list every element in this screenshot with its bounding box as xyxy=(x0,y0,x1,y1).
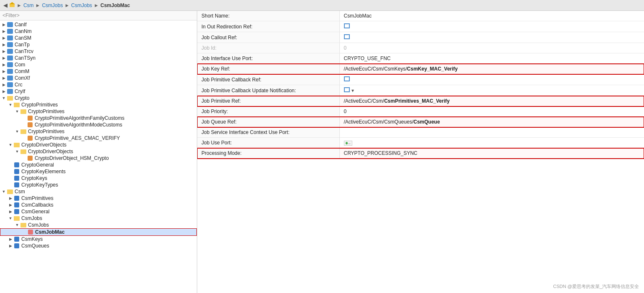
tree-item-CryptoPrimitives2[interactable]: ▼CryptoPrimitives xyxy=(0,108,197,115)
breadcrumb-csm[interactable]: Csm xyxy=(23,3,34,8)
prop-value-2[interactable] xyxy=(339,32,644,43)
tree-arrow-CryptoPrimitives2[interactable]: ▼ xyxy=(14,109,20,114)
tree-arrow-CsmJobs[interactable]: ▼ xyxy=(8,216,13,220)
prop-value-11 xyxy=(339,127,644,138)
prop-value-6[interactable] xyxy=(339,74,644,85)
tree-icon-CryptoDriverObjects xyxy=(13,142,20,148)
tree-item-CryptoPrimitives[interactable]: ▼CryptoPrimitives xyxy=(0,101,197,108)
tree-arrow-CryptoPrimitives[interactable]: ▼ xyxy=(8,103,13,107)
tree-item-CanNm[interactable]: ▶CanNm xyxy=(0,28,197,35)
tree-item-CryptoPrimitive_AES_CMAC_VERIFY[interactable]: CryptoPrimitive_AES_CMAC_VERIFY xyxy=(0,135,197,141)
tree-item-CanTp[interactable]: ▶CanTp xyxy=(0,41,197,48)
tree-item-CryIf[interactable]: ▶CryIf xyxy=(0,88,197,95)
breadcrumb-csmjobs-2[interactable]: CsmJobs xyxy=(71,3,92,8)
tree-item-CsmKeys[interactable]: ▶CsmKeys xyxy=(0,236,197,242)
prop-link-empty-1[interactable] xyxy=(344,23,350,28)
tree-label-CsmJobs2: CsmJobs xyxy=(28,222,49,228)
tree-item-CsmJobs[interactable]: ▼CsmJobs xyxy=(0,215,197,222)
tree-icon-CsmQueues xyxy=(13,243,20,249)
tree-item-CryptoDriverObject_HSM_Crypto[interactable]: CryptoDriverObject_HSM_Crypto xyxy=(0,155,197,162)
tree-arrow-CryIf[interactable]: ▶ xyxy=(1,89,7,93)
tree-arrow-ComM[interactable]: ▶ xyxy=(1,69,7,73)
prop-link-bold-10[interactable]: /ActiveEcuC/Csm/CsmQueues/CsmQueue xyxy=(344,119,440,125)
tree-label-CryptoPrimitives: CryptoPrimitives xyxy=(21,102,58,108)
tree-container[interactable]: ▶CanIf▶CanNm▶CanSM▶CanTp▶CanTrcv▶CanTSyn… xyxy=(0,20,197,293)
tree-icon-Csm xyxy=(7,189,13,194)
tree-label-CsmKeys: CsmKeys xyxy=(21,236,43,242)
tree-arrow-CsmGeneral[interactable]: ▶ xyxy=(8,210,13,214)
tree-item-CanSM[interactable]: ▶CanSM xyxy=(0,35,197,41)
tree-arrow-Crypto[interactable]: ▼ xyxy=(1,96,7,100)
tree-arrow-CanTSyn[interactable]: ▶ xyxy=(1,56,7,60)
prop-value-8[interactable]: /ActiveEcuC/Csm/CsmPrimitives_MAC_Verify xyxy=(339,96,644,106)
tree-item-CryptoPrimitiveAlgorithmModeCustoms[interactable]: CryptoPrimitiveAlgorithmModeCustoms xyxy=(0,121,197,128)
prop-label-1: In Out Redirection Ref: xyxy=(197,21,339,32)
tree-arrow-CsmQueues[interactable]: ▶ xyxy=(8,244,13,248)
tree-item-CsmGeneral[interactable]: ▶CsmGeneral xyxy=(0,208,197,215)
tree-item-CryptoPrimitiveAlgorithmFamilyCustoms[interactable]: CryptoPrimitiveAlgorithmFamilyCustoms xyxy=(0,115,197,121)
tree-arrow-Crc[interactable]: ▶ xyxy=(1,83,7,87)
tree-item-CsmJobMac[interactable]: CsmJobMac xyxy=(0,228,197,236)
tree-item-CryptoDriverObjects2[interactable]: ▼CryptoDriverObjects xyxy=(0,148,197,155)
prop-link-empty-6[interactable] xyxy=(344,76,350,81)
tree-item-CryptoKeys[interactable]: CryptoKeys xyxy=(0,175,197,182)
tree-item-Crc[interactable]: ▶Crc xyxy=(0,81,197,88)
prop-row-0: Short Name:CsmJobMac xyxy=(197,11,644,21)
tree-item-CryptoGeneral[interactable]: CryptoGeneral xyxy=(0,162,197,168)
tree-arrow-ComXf[interactable]: ▶ xyxy=(1,76,7,80)
tree-arrow-CanSM[interactable]: ▶ xyxy=(1,36,7,40)
breadcrumb-csmjobmac: CsmJobMac xyxy=(100,3,130,8)
tree-item-CsmJobs2[interactable]: ▼CsmJobs xyxy=(0,222,197,228)
svg-marker-1 xyxy=(9,2,15,4)
prop-link-bold-8[interactable]: /ActiveEcuC/Csm/CsmPrimitives_MAC_Verify xyxy=(344,98,450,104)
tree-arrow-CanIf[interactable]: ▶ xyxy=(1,23,7,27)
tree-item-CanTrcv[interactable]: ▶CanTrcv xyxy=(0,48,197,55)
tree-arrow-CryptoPrimitives3[interactable]: ▼ xyxy=(14,129,20,134)
home-icon[interactable] xyxy=(9,2,15,9)
tree-item-CanTSyn[interactable]: ▶CanTSyn xyxy=(0,55,197,61)
tree-arrow-CsmCallbacks[interactable]: ▶ xyxy=(8,203,13,207)
tree-item-CryptoPrimitives3[interactable]: ▼CryptoPrimitives xyxy=(0,128,197,135)
tree-arrow-CsmPrimitives[interactable]: ▶ xyxy=(8,196,13,200)
tree-item-CryptoDriverObjects[interactable]: ▼CryptoDriverObjects xyxy=(0,141,197,148)
tree-item-CsmQueues[interactable]: ▶CsmQueues xyxy=(0,242,197,249)
prop-value-10[interactable]: /ActiveEcuC/Csm/CsmQueues/CsmQueue xyxy=(339,117,644,127)
tree-item-CanIf[interactable]: ▶CanIf xyxy=(0,21,197,28)
tree-arrow-CanTrcv[interactable]: ▶ xyxy=(1,49,7,53)
tree-arrow-CryptoDriverObjects[interactable]: ▼ xyxy=(8,143,13,147)
prop-label-9: Job Priority: xyxy=(197,106,339,117)
tree-arrow-CryptoDriverObjects2[interactable]: ▼ xyxy=(14,149,20,154)
tree-item-Csm[interactable]: ▼Csm xyxy=(0,188,197,195)
tree-icon-CsmKeys xyxy=(13,236,20,242)
prop-port-icon-12: – xyxy=(344,141,352,146)
tree-arrow-CanTp[interactable]: ▶ xyxy=(1,43,7,47)
tree-item-ComXf[interactable]: ▶ComXf xyxy=(0,75,197,81)
tree-item-CsmPrimitives[interactable]: ▶CsmPrimitives xyxy=(0,195,197,202)
back-icon[interactable]: ◀ xyxy=(3,2,8,8)
prop-value-1[interactable] xyxy=(339,21,644,32)
right-panel: Short Name:CsmJobMacIn Out Redirection R… xyxy=(197,11,644,293)
prop-row-7: Job Primitive Callback Update Notificati… xyxy=(197,85,644,96)
prop-text-9: 0 xyxy=(344,109,347,114)
breadcrumb-csmjobs-1[interactable]: CsmJobs xyxy=(42,3,63,8)
tree-arrow-Csm[interactable]: ▼ xyxy=(1,189,7,194)
tree-arrow-Com[interactable]: ▶ xyxy=(1,63,7,67)
tree-item-CryptoKeyElements[interactable]: CryptoKeyElements xyxy=(0,168,197,175)
tree-item-Crypto[interactable]: ▼Crypto xyxy=(0,95,197,101)
tree-item-CsmCallbacks[interactable]: ▶CsmCallbacks xyxy=(0,202,197,208)
tree-arrow-CsmKeys[interactable]: ▶ xyxy=(8,237,13,241)
tree-arrow-CanNm[interactable]: ▶ xyxy=(1,29,7,33)
prop-link-empty-2[interactable] xyxy=(344,34,350,39)
tree-item-ComM[interactable]: ▶ComM xyxy=(0,68,197,75)
tree-item-Com[interactable]: ▶Com xyxy=(0,61,197,68)
prop-dropdown-arrow-7[interactable]: ▾ xyxy=(351,88,354,93)
prop-value-5[interactable]: /ActiveEcuC/Csm/CsmKeys/CsmKey_MAC_Verif… xyxy=(339,64,644,74)
prop-link-bold-5[interactable]: /ActiveEcuC/Csm/CsmKeys/CsmKey_MAC_Verif… xyxy=(344,66,458,72)
tree-arrow-CsmJobs2[interactable]: ▼ xyxy=(14,223,20,227)
tree-label-Crypto: Crypto xyxy=(15,95,29,101)
tree-label-CryptoKeyTypes: CryptoKeyTypes xyxy=(21,182,58,188)
filter-bar[interactable]: <Filter> xyxy=(0,11,197,20)
tree-icon-CanSM xyxy=(7,35,13,41)
tree-item-CryptoKeyTypes[interactable]: CryptoKeyTypes xyxy=(0,182,197,188)
prop-value-7[interactable]: ▾ xyxy=(339,85,644,96)
